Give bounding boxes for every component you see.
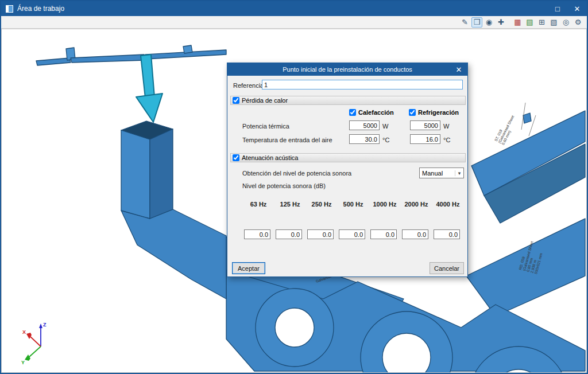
sound-power-method-value: Manual: [422, 170, 443, 177]
dialog-close-icon[interactable]: ✕: [452, 63, 465, 76]
heating-column: Calefacción: [349, 109, 394, 116]
view-cube-icon[interactable]: ❒: [471, 17, 482, 28]
heat-loss-checkbox[interactable]: [233, 97, 239, 104]
thermal-power-heating-input[interactable]: [349, 120, 380, 130]
level-500-input[interactable]: [339, 229, 365, 239]
thermal-power-cooling-unit: W: [443, 123, 449, 130]
freq-4000-label: 4000 Hz: [433, 201, 463, 208]
window-title: Área de trabajo: [17, 5, 548, 13]
thermal-power-cooling-input[interactable]: [410, 120, 440, 130]
cancel-button[interactable]: Cancelar: [430, 262, 464, 274]
acoustic-group-header: Atenuación acústica: [230, 153, 466, 162]
maximize-button[interactable]: □: [548, 1, 567, 16]
inlet-temp-heating-input[interactable]: [349, 134, 380, 144]
reference-input[interactable]: [262, 80, 463, 89]
sound-power-method-label: Obtención del nivel de potencia sonora: [242, 170, 351, 177]
workspace-window: Área de trabajo □ ✕ ✎ ❒ ◉ ✚ ▦ ▤ ⊞ ▧ ◎ ⚙: [0, 0, 588, 374]
thermal-power-heating-unit: W: [382, 123, 388, 130]
freq-125-label: 125 Hz: [275, 201, 305, 208]
x-axis-label: X: [22, 329, 26, 335]
cooling-checkbox[interactable]: [409, 109, 416, 116]
results-icon[interactable]: ▦: [512, 17, 523, 28]
inlet-temp-cooling-unit: °C: [443, 137, 450, 143]
freq-2000-label: 2000 Hz: [401, 201, 431, 208]
duct-annotation: ST. 019 (Galvanised Sheet 0.60 mm): [494, 112, 520, 146]
window-titlebar: Área de trabajo □ ✕: [1, 1, 587, 16]
heating-label: Calefacción: [358, 109, 394, 116]
freq-63-label: 63 Hz: [243, 201, 273, 208]
layers-icon[interactable]: ▧: [548, 17, 559, 28]
chevron-down-icon: ▾: [455, 170, 463, 176]
accept-button[interactable]: Aceptar: [232, 262, 265, 274]
close-button[interactable]: ✕: [567, 1, 587, 16]
duct-start-point-dialog: Punto inicial de la preinstalación de co…: [227, 63, 468, 277]
sound-power-levels-label: Nivel de potencia sonora (dB): [242, 182, 326, 189]
heat-loss-group-header: Pérdida de calor: [230, 96, 466, 105]
cooling-label: Refrigeración: [418, 109, 459, 116]
heat-loss-label: Pérdida de calor: [242, 97, 288, 104]
toolbar: ✎ ❒ ◉ ✚ ▦ ▤ ⊞ ▧ ◎ ⚙: [1, 16, 587, 29]
level-250-input[interactable]: [307, 229, 334, 239]
level-1000-input[interactable]: [370, 229, 397, 239]
heating-checkbox[interactable]: [349, 109, 356, 116]
acoustic-label: Atenuación acústica: [242, 154, 298, 161]
draw-duct-icon[interactable]: ✎: [459, 17, 470, 28]
sound-power-method-select[interactable]: Manual ▾: [419, 167, 464, 178]
dialog-title: Punto inicial de la preinstalación de co…: [227, 63, 467, 76]
level-63-input[interactable]: [244, 229, 270, 239]
inlet-temp-label: Temperatura de entrada del aire: [242, 137, 332, 143]
axis-gizmo: Z X Y: [21, 322, 47, 365]
freq-250-label: 250 Hz: [307, 201, 336, 208]
settings-icon[interactable]: ⚙: [572, 17, 583, 28]
selection-arrow: [136, 54, 163, 122]
level-4000-input[interactable]: [434, 229, 460, 239]
level-125-input[interactable]: [276, 229, 302, 239]
thermal-power-label: Potencia térmica: [242, 123, 289, 130]
y-axis-label: Y: [21, 360, 25, 365]
inlet-temp-heating-unit: °C: [382, 137, 389, 143]
pan-icon[interactable]: ✚: [496, 17, 506, 28]
orbit-icon[interactable]: ◉: [483, 17, 494, 28]
freq-1000-label: 1000 Hz: [370, 201, 400, 208]
cooling-column: Refrigeración: [409, 109, 459, 116]
level-2000-input[interactable]: [402, 229, 428, 239]
app-icon: [6, 5, 13, 13]
chart-icon[interactable]: ▤: [524, 17, 535, 28]
inlet-temp-cooling-input[interactable]: [410, 134, 440, 144]
reference-label: Referencia: [233, 82, 264, 89]
table-icon[interactable]: ⊞: [536, 17, 547, 28]
freq-500-label: 500 Hz: [338, 201, 368, 208]
acoustic-checkbox[interactable]: [233, 154, 239, 161]
z-axis-label: Z: [43, 322, 47, 328]
visibility-icon[interactable]: ◎: [560, 17, 571, 28]
